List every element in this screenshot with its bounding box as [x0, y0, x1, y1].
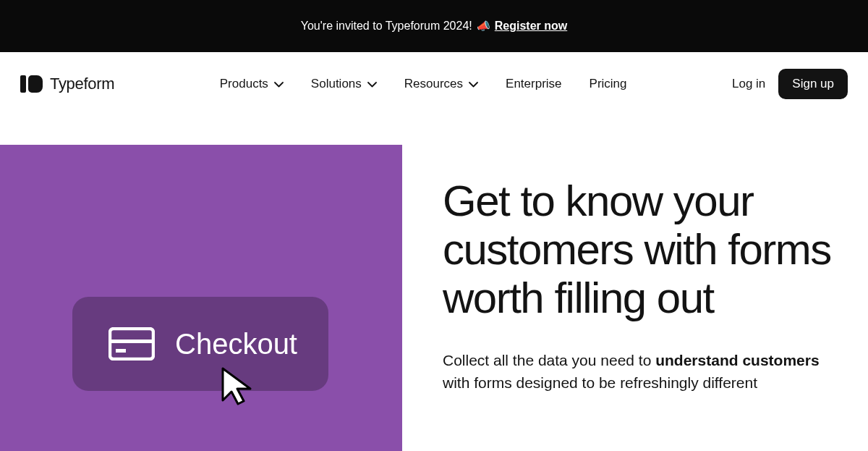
nav-pricing[interactable]: Pricing [590, 77, 627, 91]
chevron-down-icon [469, 77, 478, 91]
signup-button[interactable]: Sign up [778, 69, 848, 99]
announce-text: You're invited to Typeforum 2024! [301, 20, 472, 33]
announce-bar: You're invited to Typeforum 2024! 📣 Regi… [0, 0, 868, 52]
nav-resources[interactable]: Resources [404, 77, 478, 91]
brand-name: Typeform [50, 75, 114, 93]
hero-copy: Get to know your customers with forms wo… [402, 145, 868, 451]
announce-link[interactable]: Register now [495, 20, 567, 33]
brand-logo[interactable]: Typeform [20, 75, 114, 93]
logo-icon [20, 75, 43, 93]
nav-enterprise[interactable]: Enterprise [506, 77, 561, 91]
svg-rect-1 [110, 340, 153, 343]
checkout-button-illustration: Checkout [72, 297, 328, 391]
cursor-icon [218, 366, 258, 412]
chevron-down-icon [274, 77, 284, 91]
top-nav: Typeform Products Solutions Resources En… [0, 52, 868, 116]
subheadline: Collect all the data you need to underst… [443, 349, 839, 395]
chevron-down-icon [367, 77, 377, 91]
svg-rect-2 [116, 349, 126, 353]
hero-illustration: Checkout [0, 145, 402, 451]
svg-rect-0 [110, 329, 153, 359]
credit-card-icon [109, 327, 155, 361]
megaphone-icon: 📣 [477, 20, 490, 33]
nav-solutions[interactable]: Solutions [311, 77, 377, 91]
nav-menu: Products Solutions Resources Enterprise … [220, 77, 627, 91]
hero: Checkout Get to know your customers with… [0, 145, 868, 451]
nav-auth: Log in Sign up [732, 69, 848, 99]
nav-products[interactable]: Products [220, 77, 284, 91]
headline: Get to know your customers with forms wo… [443, 177, 839, 323]
checkout-label: Checkout [175, 328, 297, 361]
login-link[interactable]: Log in [732, 77, 765, 91]
